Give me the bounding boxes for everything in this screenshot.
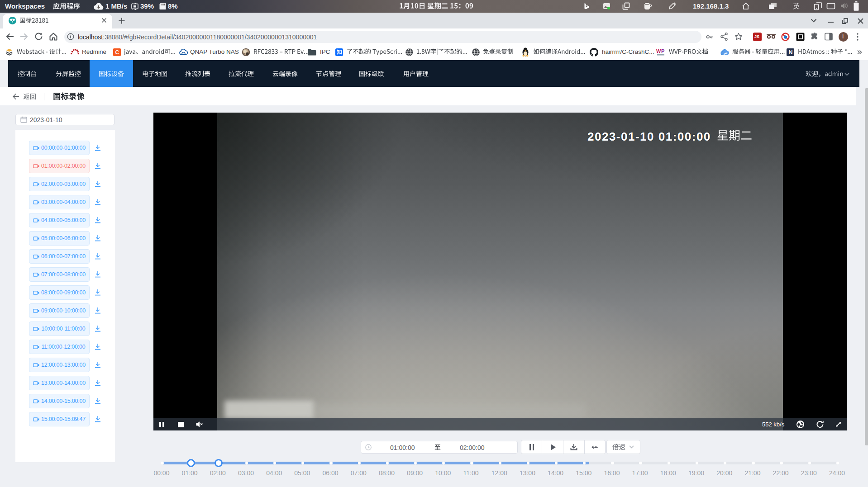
svg-text:W: W (656, 48, 661, 54)
svg-text:P: P (661, 48, 664, 54)
